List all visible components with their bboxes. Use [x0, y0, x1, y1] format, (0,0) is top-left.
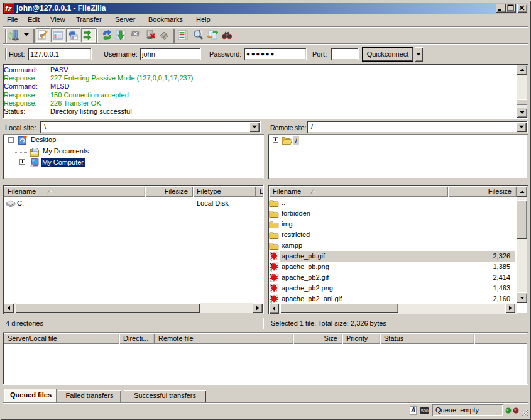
svg-text:fz: fz	[5, 4, 12, 13]
svg-text:500: 500	[421, 409, 429, 413]
